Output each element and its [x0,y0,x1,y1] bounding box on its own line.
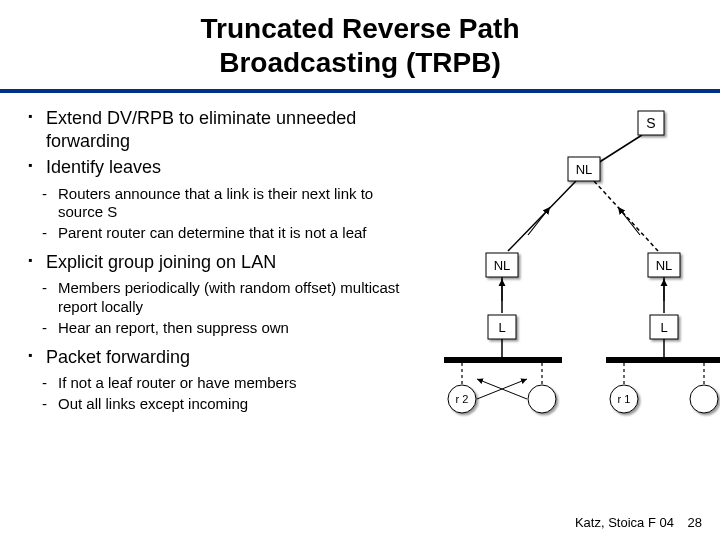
sub-bullet-list-3: If not a leaf router or have members Out… [28,374,402,414]
title-rule [0,89,720,93]
node-blank-right [690,385,718,413]
node-nl-left: NL [486,253,518,277]
footer-credit: Katz, Stoica F 04 [575,515,674,530]
lan-bar-right [606,357,720,363]
node-s: S [638,111,664,135]
footer: Katz, Stoica F 04 28 [575,515,702,530]
svg-point-34 [690,385,718,413]
svg-line-2 [594,181,658,251]
lan-bar-left [444,357,562,363]
svg-text:L: L [661,320,668,335]
node-r1: r 1 [610,385,638,413]
bullet-extend: Extend DV/RPB to eliminate unneeded forw… [28,107,402,152]
svg-text:r 2: r 2 [456,393,469,405]
sub-bullet-hear: Hear an report, then suppress own [28,319,402,338]
slide-title: Truncated Reverse Path Broadcasting (TRP… [0,0,720,87]
network-diagram: S NL NL NL L [402,107,702,467]
sub-bullet-parent: Parent router can determine that it is n… [28,224,402,243]
sub-bullet-if-not-leaf: If not a leaf router or have members [28,374,402,393]
svg-line-4 [618,207,640,235]
node-l-right: L [650,315,678,339]
bullet-list-3: Packet forwarding [28,346,402,369]
sub-bullet-list-1: Routers announce that a link is their ne… [28,185,402,243]
svg-text:NL: NL [494,258,511,273]
sub-bullet-members: Members periodically (with random offset… [28,279,402,317]
page-number: 28 [688,515,702,530]
text-column: Extend DV/RPB to eliminate unneeded forw… [8,107,402,471]
bullet-identify: Identify leaves [28,156,402,179]
node-l-left: L [488,315,516,339]
title-line-1: Truncated Reverse Path [0,12,720,46]
node-nl-top: NL [568,157,600,181]
svg-text:r 1: r 1 [618,393,631,405]
bullet-explicit: Explicit group joining on LAN [28,251,402,274]
svg-point-31 [528,385,556,413]
svg-line-1 [508,181,576,251]
sub-bullet-list-2: Members periodically (with random offset… [28,279,402,337]
svg-text:NL: NL [576,162,593,177]
svg-text:S: S [647,115,656,131]
svg-text:NL: NL [656,258,673,273]
node-nl-right: NL [648,253,680,277]
svg-line-0 [598,135,642,163]
svg-text:L: L [499,320,506,335]
sub-bullet-out-all: Out all links except incoming [28,395,402,414]
bullet-packet: Packet forwarding [28,346,402,369]
content-area: Extend DV/RPB to eliminate unneeded forw… [0,107,720,471]
bullet-list: Extend DV/RPB to eliminate unneeded forw… [28,107,402,179]
diagram-column: S NL NL NL L [402,107,712,471]
node-r2: r 2 [448,385,476,413]
node-blank-left [528,385,556,413]
svg-line-3 [528,207,550,235]
title-line-2: Broadcasting (TRPB) [0,46,720,80]
sub-bullet-routers: Routers announce that a link is their ne… [28,185,402,223]
bullet-list-2: Explicit group joining on LAN [28,251,402,274]
